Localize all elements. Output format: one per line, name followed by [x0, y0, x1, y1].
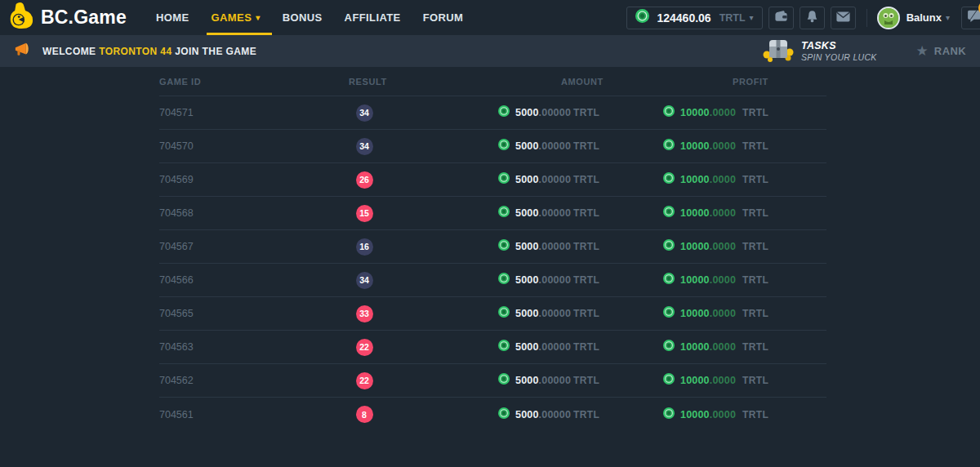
trtl-coin-icon: [663, 340, 675, 354]
profit-value: 10000: [680, 409, 710, 420]
chat-button[interactable]: 10: [961, 7, 980, 29]
tasks-title: TASKS: [801, 40, 877, 51]
trtl-coin-icon: [663, 373, 675, 388]
table-row: 704563 22 5000.00000 TRTL: [159, 331, 826, 364]
result-badge: 8: [356, 406, 373, 423]
table-row: 704567 16 5000.00000 TRTL: [159, 230, 826, 264]
profit-value: 10000: [680, 107, 710, 118]
profit-value: 10000: [680, 140, 710, 152]
trtl-coin-icon: [498, 239, 510, 254]
header-game-id: GAME ID: [159, 77, 201, 87]
amount-cell: 5000.00000: [498, 297, 571, 330]
bet-history-table: GAME ID RESULT AMOUNT PROFIT 704571 34 5…: [159, 67, 826, 431]
balance-selector[interactable]: 124460.06 TRTL ▾: [626, 7, 762, 29]
profit-value: 10000: [680, 174, 710, 185]
trtl-coin-icon: [498, 105, 510, 120]
profit-value: 10000: [680, 274, 710, 286]
nav-item-games[interactable]: GAMES▾: [212, 0, 261, 35]
result-badge: 16: [356, 238, 373, 256]
result-cell: 26: [347, 163, 381, 196]
result-cell: 22: [347, 364, 381, 397]
amount-decimals: .00000: [539, 308, 571, 319]
nav-item-home[interactable]: HOME: [156, 0, 189, 35]
amount-value: 5000: [515, 107, 539, 118]
game-id-cell: 704561: [159, 409, 194, 420]
header-result: RESULT: [349, 77, 387, 87]
notifications-button[interactable]: [800, 7, 825, 29]
profit-decimals: .0000: [710, 341, 736, 353]
table-row: 704561 8 5000.00000 TRTL: [159, 398, 826, 431]
game-id-cell: 704565: [159, 308, 194, 319]
main-menu: HOME GAMES▾ BONUS AFFILIATE FORUM: [156, 0, 485, 35]
profit-currency: TRTL: [742, 174, 768, 185]
profit-cell: 10000.0000: [663, 96, 736, 129]
user-menu[interactable]: Balunx ▾: [877, 7, 950, 29]
table-row: 704562 22 5000.00000 TRTL: [159, 364, 826, 398]
trtl-coin-icon: [663, 172, 675, 187]
avatar: [877, 7, 900, 29]
result-badge: 34: [356, 272, 373, 289]
profit-decimals: .0000: [710, 274, 736, 286]
result-badge: 33: [356, 305, 373, 322]
amount-decimals: .00000: [539, 207, 571, 219]
announcement-banner: WELCOME TORONTON 44 JOIN THE GAME TASKS …: [0, 35, 980, 67]
top-navbar: BC.Game HOME GAMES▾ BONUS AFFILIATE FORU…: [0, 0, 980, 35]
divider: [866, 9, 867, 27]
amount-value: 5000: [515, 241, 539, 252]
rank-widget[interactable]: ★ RANK: [916, 44, 966, 58]
amount-currency: TRTL: [573, 274, 599, 286]
game-id-cell: 704569: [159, 174, 194, 185]
chevron-down-icon: ▾: [946, 13, 950, 22]
chat-bubble-icon: [968, 10, 980, 25]
amount-decimals: .00000: [539, 107, 571, 118]
profit-decimals: .0000: [710, 174, 736, 185]
profit-decimals: .0000: [710, 241, 736, 252]
amount-cell: 5000.00000: [498, 96, 571, 129]
result-cell: 34: [347, 264, 381, 296]
nav-item-forum[interactable]: FORUM: [423, 0, 464, 35]
table-row: 704566 34 5000.00000 TRTL: [159, 264, 826, 297]
result-cell: 16: [347, 230, 381, 263]
nav-item-affiliate[interactable]: AFFILIATE: [345, 0, 401, 35]
amount-value: 5000: [515, 375, 539, 386]
amount-value: 5000: [515, 308, 539, 319]
amount-decimals: .00000: [539, 241, 571, 252]
result-cell: 33: [347, 297, 381, 330]
profit-currency: TRTL: [742, 107, 768, 118]
amount-currency: TRTL: [573, 375, 599, 386]
tasks-widget[interactable]: TASKS SPIN YOUR LUCK: [801, 40, 877, 61]
result-badge: 34: [356, 105, 373, 122]
table-row: 704571 34 5000.00000 TRTL: [159, 96, 826, 130]
brand-name: BC.Game: [41, 7, 127, 29]
username: Balunx: [906, 11, 942, 24]
amount-value: 5000: [515, 174, 539, 185]
star-icon: ★: [916, 44, 929, 58]
table-row: 704570 34 5000.00000 TRTL: [159, 130, 826, 163]
chevron-down-icon: ▾: [750, 13, 754, 22]
nav-item-bonus[interactable]: BONUS: [283, 0, 323, 35]
profit-value: 10000: [680, 308, 710, 319]
profit-decimals: .0000: [710, 308, 736, 319]
wallet-button[interactable]: [768, 7, 794, 29]
amount-cell: 5000.00000: [498, 163, 571, 196]
amount-value: 5000: [515, 409, 539, 420]
brand-logo[interactable]: BC.Game: [8, 2, 127, 33]
amount-cell: 5000.00000: [498, 364, 571, 397]
amount-currency: TRTL: [573, 341, 599, 353]
navbar-right: 124460.06 TRTL ▾: [626, 7, 980, 29]
profit-decimals: .0000: [710, 207, 736, 219]
result-badge: 22: [356, 372, 373, 389]
profit-currency: TRTL: [742, 375, 768, 386]
trtl-coin-icon: [498, 172, 510, 187]
profit-cell: 10000.0000: [663, 130, 736, 162]
amount-cell: 5000.00000: [498, 398, 571, 431]
welcome-message: WELCOME TORONTON 44 JOIN THE GAME: [42, 46, 256, 57]
amount-value: 5000: [515, 341, 539, 353]
amount-currency: TRTL: [573, 207, 599, 219]
profit-decimals: .0000: [710, 375, 736, 386]
messages-button[interactable]: [831, 7, 856, 29]
game-id-cell: 704562: [159, 375, 194, 386]
result-badge: 34: [356, 138, 373, 155]
trtl-coin-icon: [635, 9, 649, 26]
profit-value: 10000: [680, 375, 710, 386]
